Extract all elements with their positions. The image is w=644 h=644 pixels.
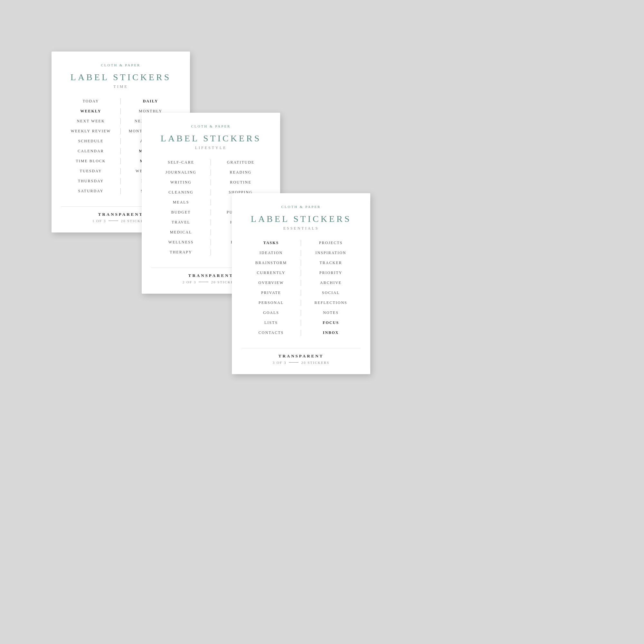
label-cell: WELLNESS — [151, 239, 211, 245]
label-cell: OVERVIEW — [241, 280, 301, 286]
label-cell: WEEKLY — [61, 108, 121, 114]
brand-1: CLOTH & PAPER — [101, 63, 141, 67]
label-cell: PROJECTS — [301, 240, 361, 246]
label-cell: TASKS — [241, 240, 301, 246]
label-cell: TRAVEL — [151, 219, 211, 225]
count-time: 1 OF 3 — [92, 219, 106, 223]
label-cell: REFLECTIONS — [301, 300, 361, 306]
label-cell: THERAPY — [151, 249, 211, 255]
card-title-3: LABEL STICKERS — [251, 214, 351, 224]
label-cell: WRITING — [151, 179, 211, 185]
label-cell: WEEKLY REVIEW — [61, 128, 121, 134]
label-cell: SCHEDULE — [61, 138, 121, 144]
transparent-essentials: TRANSPARENT — [241, 354, 361, 359]
label-cell: PRIVATE — [241, 290, 301, 296]
card-title-1: LABEL STICKERS — [71, 72, 171, 82]
label-cell: BRAINSTORM — [241, 260, 301, 266]
label-cell: MEDICAL — [151, 229, 211, 235]
label-cell: NEXT WEEK — [61, 118, 121, 124]
labels-grid-essentials: TASKSPROJECTSIDEATIONINSPIRATIONBRAINSTO… — [241, 240, 361, 336]
label-cell: SATURDAY — [61, 188, 121, 194]
label-cell: CALENDAR — [61, 148, 121, 154]
label-cell: SELF-CARE — [151, 159, 211, 166]
label-cell: TIME BLOCK — [61, 158, 121, 164]
label-cell: NOTES — [301, 310, 361, 316]
label-cell: FOCUS — [301, 320, 361, 326]
label-cell: ROUTINE — [211, 179, 270, 185]
label-cell: CURRENTLY — [241, 270, 301, 276]
label-cell: TUESDAY — [61, 168, 121, 174]
stickers-essentials: 20 STICKERS — [301, 361, 329, 365]
label-cell: CONTACTS — [241, 330, 301, 336]
dash-lifestyle — [199, 282, 208, 282]
label-cell: DAILY — [121, 98, 180, 104]
label-cell: IDEATION — [241, 250, 301, 256]
brand-3: CLOTH & PAPER — [281, 205, 321, 209]
label-cell: READING — [211, 169, 270, 175]
card-subtitle-3: ESSENTIALS — [283, 226, 319, 231]
card-subtitle-2: LIFESTYLE — [195, 146, 227, 150]
label-cell: THURSDAY — [61, 178, 121, 184]
label-cell: INSPIRATION — [301, 250, 361, 256]
dash-essentials — [289, 362, 298, 363]
label-cell: TODAY — [61, 98, 121, 104]
label-cell: GRATITUDE — [211, 159, 270, 166]
label-cell: LISTS — [241, 320, 301, 326]
label-cell: PERSONAL — [241, 300, 301, 306]
label-cell: BUDGET — [151, 209, 211, 215]
dash-time — [109, 221, 118, 221]
card-title-2: LABEL STICKERS — [161, 133, 261, 144]
label-cell: TRACKER — [301, 260, 361, 266]
card-essentials: CLOTH & PAPER LABEL STICKERS ESSENTIALS … — [232, 193, 370, 374]
label-cell: CLEANING — [151, 189, 211, 195]
label-cell: INBOX — [301, 330, 361, 336]
label-cell: ARCHIVE — [301, 280, 361, 286]
label-cell: JOURNALING — [151, 169, 211, 175]
card-subtitle-1: TIME — [113, 84, 128, 89]
footer-essentials: TRANSPARENT 3 OF 3 20 STICKERS — [241, 348, 361, 365]
label-cell: GOALS — [241, 310, 301, 316]
label-cell: PRIORITY — [301, 270, 361, 276]
label-cell: MEALS — [151, 199, 211, 205]
brand-2: CLOTH & PAPER — [191, 124, 231, 128]
count-essentials: 3 OF 3 — [273, 361, 287, 365]
sticker-count-essentials: 3 OF 3 20 STICKERS — [241, 361, 361, 365]
scene: CLOTH & PAPER LABEL STICKERS TIME TODAYD… — [32, 32, 612, 612]
count-lifestyle: 2 OF 3 — [183, 280, 196, 284]
label-cell: SOCIAL — [301, 290, 361, 296]
